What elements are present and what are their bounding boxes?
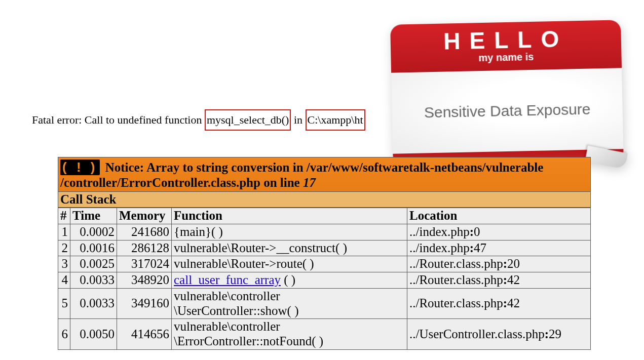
cell-function: vulnerable\Router->route( ) [172,256,407,272]
notice-line-number: 17 [303,176,316,189]
table-header-row: # Time Memory Function Location [58,208,591,224]
error-prefix: Fatal error: Call to undefined function [32,113,202,126]
header-function: Function [172,208,407,224]
fatal-error-text: Fatal error: Call to undefined function … [32,113,365,127]
cell-location: ../index.php:0 [407,224,591,240]
nametag-sticker: HELLO my name is Sensitive Data Exposure [390,20,624,168]
function-suffix: ( ) [281,273,295,287]
loc-colon: : [545,327,549,341]
loc-path: ../Router.class.php [409,257,503,270]
nametag-title: Sensitive Data Exposure [424,101,591,122]
loc-line: 0 [474,225,480,238]
loc-line: 29 [549,327,561,341]
cell-function: vulnerable\controller\UserController::sh… [172,288,407,319]
cell-num: 3 [58,256,70,272]
loc-colon: : [503,273,507,287]
header-location: Location [407,208,591,224]
cell-num: 4 [58,272,70,289]
nametag-top: HELLO my name is [390,20,622,73]
loc-colon: : [503,296,507,310]
xdebug-notice: ( ! ) Notice: Array to string conversion… [58,157,591,192]
cell-num: 2 [58,240,70,256]
cell-memory: 414656 [117,319,172,350]
nametag-body: Sensitive Data Exposure [391,68,623,153]
cell-num: 6 [58,319,70,350]
header-num: # [58,208,70,224]
error-highlight-path: C:\xampp\ht [306,109,365,131]
cell-function: vulnerable\controller\ErrorController::n… [172,319,407,350]
cell-time: 0.0016 [70,240,117,256]
callstack-heading: Call Stack [58,192,591,208]
cell-time: 0.0050 [70,319,117,350]
table-row: 20.0016286128vulnerable\Router->__constr… [58,240,591,256]
cell-time: 0.0033 [70,288,117,319]
cell-location: ../Router.class.php:20 [407,256,591,272]
loc-path: ../UserController.class.php [409,327,545,341]
cell-memory: 286128 [117,240,172,256]
cell-memory: 348920 [117,272,172,289]
header-time: Time [70,208,117,224]
cell-location: ../UserController.class.php:29 [407,319,591,350]
nametag-curl [585,146,628,169]
function-link[interactable]: call_user_func_array [174,273,281,287]
loc-path: ../Router.class.php [409,273,503,287]
table-row: 60.0050414656vulnerable\controller\Error… [58,319,591,350]
loc-line: 42 [507,273,520,287]
cell-memory: 349160 [117,288,172,319]
header-memory: Memory [117,208,172,224]
xdebug-panel: ( ! ) Notice: Array to string conversion… [58,157,591,350]
table-row: 10.0002241680{main}( )../index.php:0 [58,224,591,240]
loc-colon: : [470,241,474,255]
table-row: 30.0025317024vulnerable\Router->route( )… [58,256,591,272]
table-row: 40.0033348920call_user_func_array ( )../… [58,272,591,289]
cell-function: vulnerable\Router->__construct( ) [172,240,407,256]
cell-location: ../Router.class.php:42 [407,272,591,289]
loc-path: ../index.php [409,241,470,255]
notice-text-b: /controller/ErrorController.class.php on… [60,176,303,189]
loc-line: 47 [474,241,486,255]
cell-num: 5 [58,288,70,319]
loc-path: ../index.php [409,225,470,238]
cell-location: ../index.php:47 [407,240,591,256]
cell-time: 0.0033 [70,272,117,289]
cell-memory: 317024 [117,256,172,272]
cell-function: call_user_func_array ( ) [172,272,407,289]
loc-colon: : [470,225,474,238]
error-mid: in [294,113,302,126]
cell-location: ../Router.class.php:42 [407,288,591,319]
notice-text-a: Notice: Array to string conversion in /v… [105,161,544,174]
loc-colon: : [503,257,507,270]
callstack-table: # Time Memory Function Location 10.00022… [58,208,591,350]
cell-function: {main}( ) [172,224,407,240]
warning-icon: ( ! ) [60,159,100,175]
cell-time: 0.0025 [70,256,117,272]
cell-time: 0.0002 [70,224,117,240]
loc-path: ../Router.class.php [409,296,503,310]
cell-num: 1 [58,224,70,240]
table-row: 50.0033349160vulnerable\controller\UserC… [58,288,591,319]
cell-memory: 241680 [117,224,172,240]
error-highlight-function: mysql_select_db() [205,109,291,131]
loc-line: 42 [507,296,520,310]
loc-line: 20 [507,257,520,270]
